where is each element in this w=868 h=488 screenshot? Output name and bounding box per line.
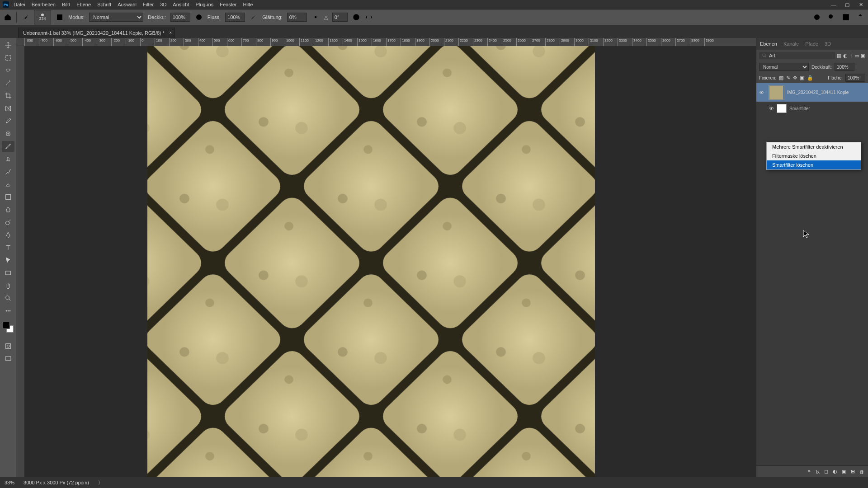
horizontal-ruler[interactable]: -800-700-600-500-400-300-200-10001002003…: [24, 38, 756, 46]
lock-position-icon[interactable]: ✥: [793, 75, 797, 81]
close-button[interactable]: ✕: [856, 2, 865, 8]
foreground-color-swatch[interactable]: [3, 322, 10, 329]
menu-plugins[interactable]: Plug-ins: [195, 2, 213, 7]
layer-opacity-input[interactable]: [835, 63, 854, 71]
lock-pixels-icon[interactable]: ✎: [786, 75, 790, 81]
screen-mode-icon[interactable]: [2, 353, 14, 364]
menu-filter[interactable]: Filter: [143, 2, 154, 7]
pressure-opacity-icon[interactable]: [195, 13, 203, 21]
frame-tool[interactable]: [2, 103, 14, 114]
pen-tool[interactable]: [2, 230, 14, 240]
menu-datei[interactable]: Datei: [14, 2, 25, 7]
lock-all-icon[interactable]: 🔒: [807, 75, 813, 81]
ctx-delete-smartfilter[interactable]: Smartfilter löschen: [767, 160, 861, 169]
brush-settings-icon[interactable]: [56, 13, 64, 21]
rectangle-tool[interactable]: [2, 267, 14, 278]
tab-ebenen[interactable]: Ebenen: [760, 41, 777, 47]
filter-adjust-icon[interactable]: ◐: [843, 53, 848, 59]
hand-tool[interactable]: [2, 280, 14, 291]
link-layers-icon[interactable]: ⚭: [807, 469, 811, 474]
layer-row[interactable]: 👁 IMG_20210420_184411 Kopie: [756, 83, 868, 102]
smoothing-options-icon[interactable]: [311, 13, 320, 21]
menu-auswahl[interactable]: Auswahl: [118, 2, 137, 7]
layer-blend-mode[interactable]: Normal: [759, 63, 809, 71]
search-icon[interactable]: [827, 13, 835, 21]
smoothing-input[interactable]: [287, 13, 307, 22]
lasso-tool[interactable]: [2, 65, 14, 76]
brush-tool[interactable]: [2, 141, 14, 152]
zoom-tool[interactable]: [2, 293, 14, 304]
menu-bild[interactable]: Bild: [62, 2, 70, 7]
quick-mask-icon[interactable]: [2, 341, 14, 352]
pressure-size-icon[interactable]: [352, 13, 360, 21]
crop-tool[interactable]: [2, 90, 14, 101]
menu-schrift[interactable]: Schrift: [97, 2, 111, 7]
visibility-toggle-icon[interactable]: 👁: [759, 90, 765, 95]
visibility-toggle-icon[interactable]: 👁: [769, 106, 774, 111]
ruler-origin[interactable]: [16, 38, 24, 46]
blur-tool[interactable]: [2, 204, 14, 215]
menu-ebene[interactable]: Ebene: [76, 2, 91, 7]
filter-pixel-icon[interactable]: ▦: [837, 53, 841, 59]
eyedropper-tool[interactable]: [2, 116, 14, 127]
smartfilter-row[interactable]: 👁 Smartfilter: [756, 102, 868, 115]
menu-bearbeiten[interactable]: Bearbeiten: [32, 2, 56, 7]
angle-input[interactable]: [332, 13, 348, 22]
ctx-disable-smartfilters[interactable]: Mehrere Smartfilter deaktivieren: [767, 142, 861, 151]
edit-toolbar-icon[interactable]: [2, 305, 14, 316]
tab-pfade[interactable]: Pfade: [805, 41, 818, 47]
opacity-input[interactable]: [170, 13, 190, 22]
close-tab-icon[interactable]: ×: [169, 30, 172, 35]
home-icon[interactable]: [4, 13, 12, 21]
menu-fenster[interactable]: Fenster: [220, 2, 236, 7]
gradient-tool[interactable]: [2, 192, 14, 202]
share-icon[interactable]: [856, 13, 864, 21]
color-swatches[interactable]: [3, 322, 14, 333]
filter-mask-thumbnail[interactable]: [777, 104, 787, 113]
marquee-tool[interactable]: [2, 52, 14, 63]
airbrush-icon[interactable]: [250, 13, 258, 21]
canvas-area[interactable]: -800-700-600-500-400-300-200-10001002003…: [16, 38, 756, 477]
lock-transparency-icon[interactable]: ▨: [779, 75, 783, 81]
delete-layer-icon[interactable]: 🗑: [859, 469, 864, 474]
menu-hilfe[interactable]: Hilfe: [243, 2, 253, 7]
menu-ansicht[interactable]: Ansicht: [173, 2, 189, 7]
fill-input[interactable]: [845, 74, 865, 82]
flow-input[interactable]: [225, 13, 245, 22]
tool-preset-icon[interactable]: [21, 13, 29, 21]
menu-3d[interactable]: 3D: [160, 2, 166, 7]
zoom-level[interactable]: 33%: [5, 480, 14, 485]
layer-style-icon[interactable]: fx: [816, 469, 820, 474]
minimize-button[interactable]: —: [829, 2, 838, 8]
filter-smart-icon[interactable]: ▣: [861, 53, 865, 59]
blend-mode-select[interactable]: Normal: [89, 13, 143, 22]
symmetry-icon[interactable]: [365, 13, 373, 21]
vertical-ruler[interactable]: [16, 46, 24, 477]
history-brush-tool[interactable]: [2, 166, 14, 177]
move-tool[interactable]: [2, 40, 14, 51]
new-layer-icon[interactable]: ⊞: [851, 469, 855, 474]
layer-thumbnail[interactable]: [768, 85, 784, 100]
tab-kanaele[interactable]: Kanäle: [783, 41, 799, 47]
magic-wand-tool[interactable]: [2, 78, 14, 89]
group-layers-icon[interactable]: ▣: [842, 469, 846, 474]
document-canvas[interactable]: [147, 46, 595, 477]
tab-3d[interactable]: 3D: [825, 41, 831, 47]
document-dimensions[interactable]: 3000 Px x 3000 Px (72 ppcm): [24, 480, 89, 485]
status-chevron-icon[interactable]: 〉: [98, 479, 103, 486]
layer-filter-type[interactable]: Art: [759, 52, 835, 59]
filter-type-icon[interactable]: T: [849, 53, 853, 58]
document-tab[interactable]: Unbenannt-1 bei 33% (IMG_20210420_184411…: [18, 28, 175, 38]
dodge-tool[interactable]: [2, 217, 14, 228]
workspace-icon[interactable]: [842, 13, 850, 21]
healing-brush-tool[interactable]: [2, 128, 14, 139]
ctx-delete-filtermask[interactable]: Filtermaske löschen: [767, 151, 861, 160]
adjustment-layer-icon[interactable]: ◐: [833, 469, 837, 474]
layer-name[interactable]: IMG_20210420_184411 Kopie: [787, 90, 849, 95]
path-selection-tool[interactable]: [2, 255, 14, 266]
maximize-button[interactable]: ▢: [843, 2, 852, 8]
clone-stamp-tool[interactable]: [2, 154, 14, 164]
filter-shape-icon[interactable]: ▭: [854, 53, 859, 59]
type-tool[interactable]: [2, 242, 14, 253]
brush-preset-picker[interactable]: 334: [34, 10, 51, 24]
